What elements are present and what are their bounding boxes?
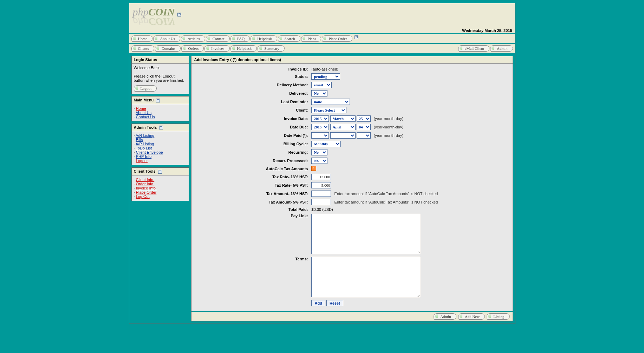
sidebar: Login Status Welcome Back Please click t… [131, 56, 189, 321]
reset-button[interactable]: Reset [326, 300, 343, 306]
admin-tools-title: Admin Tools [134, 125, 157, 129]
select-recurr-processed[interactable]: No [311, 158, 327, 164]
select-last-reminder[interactable]: none [311, 99, 350, 105]
client-tools-panel: Client Tools Client Info. Order Info. In… [131, 167, 189, 201]
nav-helpdesk[interactable]: Helpdesk [251, 35, 277, 42]
nav-summary[interactable]: Summary [258, 45, 285, 52]
select-paid-day[interactable] [357, 132, 371, 139]
popout-icon[interactable] [354, 35, 358, 39]
link-client-info[interactable]: Client Info. [136, 178, 155, 182]
footer-bar: Admin Add New Listing [191, 311, 513, 321]
lbl-tax-rate-pst: Tax Rate- 5% PST: [265, 181, 310, 189]
lbl-last-reminder: Last Reminder [265, 98, 310, 106]
select-paid-month[interactable] [330, 132, 356, 139]
link-todo[interactable]: ToDo List [136, 146, 152, 150]
client-tools-title: Client Tools [134, 169, 156, 173]
textarea-terms[interactable] [311, 257, 420, 297]
welcome-text: Welcome Back [134, 66, 187, 70]
lbl-delivered: Delivered: [265, 89, 310, 97]
link-place-order[interactable]: Place Order [136, 190, 157, 194]
select-status[interactable]: pending [311, 73, 340, 80]
menu-home[interactable]: Home [136, 106, 146, 111]
select-due-year[interactable]: 2015 [311, 124, 329, 130]
login-status-panel: Login Status Welcome Back Please click t… [131, 56, 189, 94]
select-recurring[interactable]: No [311, 149, 327, 155]
nav-home[interactable]: Home [131, 35, 153, 42]
footer-admin[interactable]: Admin [434, 313, 456, 320]
login-status-title: Login Status [132, 56, 189, 64]
link-bills[interactable]: Bills [136, 138, 143, 142]
val-invoice-id: (auto-assigned) [310, 66, 439, 72]
lbl-tax-rate-hst: Tax Rate- 13% HST: [265, 173, 310, 181]
footer-listing[interactable]: Listing [487, 313, 509, 320]
checkbox-autocalc[interactable] [311, 166, 316, 171]
link-logout[interactable]: Logout [136, 159, 148, 163]
nav-about[interactable]: About Us [153, 35, 180, 42]
select-inv-month[interactable]: March [330, 115, 356, 122]
nav-plans[interactable]: Plans [301, 35, 321, 42]
menu-contact[interactable]: Contact Us [136, 115, 155, 119]
nav-articles[interactable]: Articles [181, 35, 205, 42]
select-delivery-method[interactable]: email [311, 82, 332, 88]
header-date: Wednesday March 25, 2015 [462, 28, 512, 33]
input-tax-amt-pst[interactable] [311, 199, 331, 205]
textarea-pay-link[interactable] [311, 214, 420, 254]
select-paid-year[interactable] [311, 132, 329, 139]
lbl-tax-amt-hst: Tax Amount- 13% HST: [265, 190, 310, 198]
nav-contact[interactable]: Contact [206, 35, 230, 42]
logout-button[interactable]: Logout [134, 85, 157, 92]
lbl-terms: Terms: [265, 256, 310, 299]
lbl-client: Client: [265, 106, 310, 114]
nav-clients[interactable]: Clients [131, 45, 154, 52]
nav-invoices[interactable]: Invoices [204, 45, 229, 52]
header: phpCOIN phpCOIN Wednesday March 25, 2015 [129, 3, 515, 33]
hint-ymd: (year-month-day) [372, 125, 403, 129]
select-inv-day[interactable]: 25 [357, 115, 371, 122]
popout-icon[interactable] [156, 99, 160, 102]
lbl-billing-cycle: Billing Cycle: [265, 140, 310, 148]
input-tax-rate-pst[interactable] [311, 182, 331, 188]
popout-icon[interactable] [158, 170, 162, 174]
link-ar-listing[interactable]: A/R Listing [136, 133, 154, 138]
select-client[interactable]: Please Select [311, 107, 346, 113]
link-order-info[interactable]: Order Info. [136, 182, 155, 186]
select-billing-cycle[interactable]: Monthly [311, 141, 341, 147]
admin-tools-panel: Admin Tools A/R Listing Bills A/P Listin… [131, 124, 189, 166]
nav-secondary: Clients Domains Orders Invoices Helpdesk… [129, 43, 515, 53]
main-menu-title: Main Menu [134, 98, 154, 102]
lbl-date-due: Date Due: [265, 123, 310, 131]
select-delivered[interactable]: No [311, 90, 327, 96]
logo-reflection: phpCOIN [133, 16, 175, 28]
nav-search[interactable]: Search [278, 35, 300, 42]
input-tax-amt-hst[interactable] [311, 191, 331, 197]
nav-domains[interactable]: Domains [155, 45, 181, 52]
popout-icon[interactable] [159, 126, 163, 129]
form-title: Add Invoices Entry ( (*) denotes optiona… [191, 56, 513, 64]
nav-helpdesk2[interactable]: Helpdesk [230, 45, 257, 52]
footer-add-new[interactable]: Add New [458, 313, 485, 320]
main-panel: Add Invoices Entry ( (*) denotes optiona… [191, 56, 513, 321]
nav-place-order[interactable]: Place Order [322, 35, 352, 42]
nav-faq[interactable]: FAQ [230, 35, 250, 42]
menu-about[interactable]: About Us [136, 111, 151, 115]
popout-icon[interactable] [177, 13, 181, 16]
select-inv-year[interactable]: 2015 [311, 115, 329, 122]
link-ap-listing[interactable]: A/P Listing [136, 142, 154, 146]
nav-admin[interactable]: Admin [490, 45, 513, 52]
lbl-autocalc: AutoCalc Tax Amounts [265, 165, 310, 172]
link-php-info[interactable]: PHP-Info [136, 154, 152, 159]
select-due-day[interactable]: 04 [357, 124, 371, 130]
lbl-invoice-date: Invoice Date: [265, 115, 310, 122]
nav-email-client[interactable]: eMail Client [458, 45, 489, 52]
input-tax-rate-hst[interactable] [311, 174, 331, 180]
add-button[interactable]: Add [311, 300, 325, 306]
hint-tax-amt: Enter tax amount if "AutoCalc Tax Amount… [332, 192, 438, 196]
hint-ymd: (year-month-day) [372, 116, 403, 121]
link-log-out[interactable]: Log Out [136, 194, 150, 199]
select-due-month[interactable]: April [330, 124, 356, 130]
nav-orders[interactable]: Orders [181, 45, 204, 52]
link-invoice-info[interactable]: Invoice Info. [136, 186, 157, 190]
hint-ymd: (year-month-day) [372, 133, 403, 138]
hint-tax-amt: Enter tax amount if "AutoCalc Tax Amount… [332, 200, 438, 204]
link-client-envelope[interactable]: Client Envelope [136, 150, 163, 154]
